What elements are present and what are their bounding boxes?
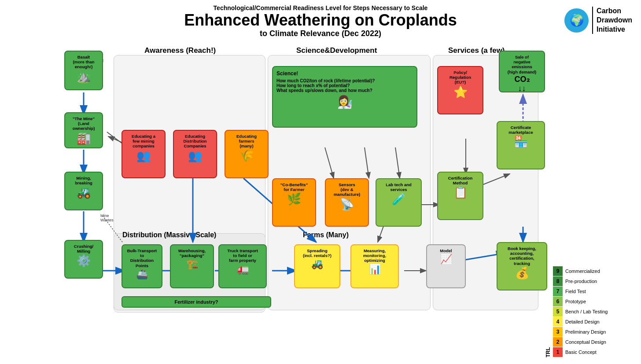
header: Technological/Commercial Readiness Level… bbox=[9, 4, 632, 38]
trl-axis-label: TRL bbox=[545, 266, 551, 357]
logo-text: CarbonDrawdownInitiative bbox=[592, 7, 632, 34]
crushing-label: Crushing/Milling bbox=[74, 244, 93, 254]
trl-rows: 9Commercialized8Pre-production7Field Tes… bbox=[553, 266, 633, 357]
basalt-icon: ⛰️ bbox=[77, 70, 91, 83]
section-label-services: Services (a few) bbox=[448, 46, 505, 55]
policy-icon: ⭐ bbox=[453, 86, 468, 99]
trl-legend-inner: TRL 9Commercialized8Pre-production7Field… bbox=[545, 266, 633, 357]
trl-level-num: 7 bbox=[553, 287, 563, 296]
section-label-distribution: Distribution (Massive Scale) bbox=[122, 231, 216, 239]
cert-marketplace-label: Certificatemarketplace bbox=[508, 125, 533, 135]
node-science: Science! How much CO2/ton of rock (lifet… bbox=[272, 66, 417, 128]
cert-method-label: CertificationMethod bbox=[448, 176, 472, 186]
science-text: How much CO2/ton of rock (lifetime poten… bbox=[276, 78, 413, 93]
main-container: Technological/Commercial Readiness Level… bbox=[0, 0, 641, 364]
trl-row: 4Detailed Design bbox=[553, 317, 633, 327]
sensors-label: Sensors(dev &manufacture) bbox=[334, 182, 360, 197]
model-icon: 📈 bbox=[440, 254, 452, 265]
trl-level-label: Field Test bbox=[563, 289, 586, 294]
measuring-icon: 📊 bbox=[369, 264, 381, 275]
node-crushing: Crushing/Milling ⚙️ bbox=[64, 240, 103, 279]
co-benefits-label: "Co-Benefits"for Farmer bbox=[280, 182, 308, 192]
trl-level-num: 4 bbox=[553, 317, 563, 327]
node-educating-mining: Educating afew miningcompanies 👥 bbox=[122, 130, 166, 178]
node-bookkeeping: Book keeping,accounting,certification,tr… bbox=[497, 242, 547, 290]
model-label: Model bbox=[440, 248, 452, 253]
section-label-science: Science&Development bbox=[296, 46, 377, 55]
node-cert-marketplace: Certificatemarketplace 🏪 bbox=[497, 121, 545, 169]
spreading-icon: 🚜 bbox=[311, 259, 323, 269]
science-title: Science! bbox=[276, 70, 413, 77]
mining-label: Mining,breaking bbox=[75, 176, 92, 186]
trl-level-label: Detailed Design bbox=[563, 319, 600, 324]
educating-dist-label: EducatingDistributionCompanies bbox=[183, 134, 206, 149]
trl-row: 1Basic Concept bbox=[553, 347, 633, 357]
trl-level-label: Commercialized bbox=[563, 268, 600, 274]
trl-level-label: Pre-production bbox=[563, 279, 597, 284]
sale-label: Sale ofnegativeemissions(high demand) bbox=[508, 55, 536, 75]
trl-legend: TRL 9Commercialized8Pre-production7Field… bbox=[545, 266, 633, 357]
fertilizer-label: Fertilizer industry? bbox=[174, 299, 218, 305]
crushing-icon: ⚙️ bbox=[77, 254, 91, 267]
node-mining: Mining,breaking 🚜 bbox=[64, 172, 103, 210]
truck-transport-label: Truck transportto field orfarm property bbox=[227, 248, 258, 263]
node-measuring: Measuring,monitoring,optimizing 📊 bbox=[350, 244, 399, 288]
bookkeeping-label: Book keeping,accounting,certification,tr… bbox=[508, 246, 536, 266]
educating-dist-icon: 👥 bbox=[188, 150, 202, 162]
trl-row: 7Field Test bbox=[553, 287, 633, 296]
trl-level-label: Conceptual Design bbox=[563, 339, 606, 345]
mine-wastes-label: MineWastes bbox=[100, 213, 114, 222]
trl-level-label: Bench / Lab Testing bbox=[563, 309, 608, 314]
mining-icon: 🚜 bbox=[77, 186, 91, 199]
section-label-awareness: Awareness (Reach!) bbox=[144, 46, 216, 55]
logo-icon: 🌍 bbox=[564, 8, 589, 33]
educating-mining-label: Educating afew miningcompanies bbox=[132, 134, 155, 149]
node-lab-tech: Lab tech andservices 🧪 bbox=[376, 178, 422, 227]
lab-tech-icon: 🧪 bbox=[392, 193, 406, 206]
node-the-mine: "The Mine"(Land ownership) 🏭 bbox=[64, 112, 103, 148]
trl-row: 5Bench / Lab Testing bbox=[553, 307, 633, 316]
educating-farmers-icon: 🌾 bbox=[239, 150, 254, 162]
trl-row: 2Conceptual Design bbox=[553, 337, 633, 347]
sensors-icon: 📡 bbox=[340, 198, 354, 211]
node-model: Model 📈 bbox=[426, 244, 466, 288]
node-basalt: Basalt(more thanenough!) ⛰️ bbox=[64, 51, 103, 90]
the-mine-icon: 🏭 bbox=[77, 132, 91, 145]
trl-level-label: Prototype bbox=[563, 299, 586, 304]
node-cert-method: CertificationMethod 📋 bbox=[437, 172, 483, 220]
header-date: to Climate Relevance (Dec 2022) bbox=[9, 29, 632, 38]
warehousing-icon: 🏗️ bbox=[186, 259, 198, 269]
logo-area: 🌍 CarbonDrawdownInitiative bbox=[564, 7, 632, 34]
trl-level-label: Basic Concept bbox=[563, 349, 597, 355]
trl-level-num: 6 bbox=[553, 297, 563, 306]
bookkeeping-icon: 💰 bbox=[515, 267, 529, 279]
the-mine-label: "The Mine"(Land ownership) bbox=[67, 116, 100, 131]
header-title: Enhanced Weathering on Croplands bbox=[9, 11, 632, 29]
policy-label: Policy/Regulation(EU?) bbox=[449, 70, 471, 85]
basalt-label: Basalt(more thanenough!) bbox=[73, 55, 94, 70]
trl-row: 3Preliminary Design bbox=[553, 327, 633, 337]
co-benefits-icon: 🌿 bbox=[287, 193, 301, 206]
trl-level-num: 8 bbox=[553, 276, 563, 286]
trl-level-num: 9 bbox=[553, 266, 563, 276]
educating-farmers-label: Educatingfarmers(many) bbox=[236, 134, 257, 149]
node-fertilizer: Fertilizer industry? bbox=[122, 296, 271, 308]
measuring-label: Measuring,monitoring,optimizing bbox=[363, 248, 386, 263]
trl-row: 6Prototype bbox=[553, 297, 633, 306]
node-co-benefits: "Co-Benefits"for Farmer 🌿 bbox=[272, 178, 316, 227]
node-educating-dist: EducatingDistributionCompanies 👥 bbox=[173, 130, 217, 178]
trl-level-num: 5 bbox=[553, 307, 563, 316]
trl-level-num: 1 bbox=[553, 347, 563, 357]
bulk-transport-icon: 🚢 bbox=[136, 269, 148, 279]
trl-level-num: 2 bbox=[553, 337, 563, 347]
node-sensors: Sensors(dev &manufacture) 📡 bbox=[325, 178, 369, 227]
truck-transport-icon: 🚛 bbox=[237, 264, 249, 275]
node-bulk-transport: Bulk-TransporttoDistributionPoints 🚢 bbox=[122, 244, 162, 288]
section-label-farms: Farms (Many) bbox=[303, 231, 349, 239]
node-policy: Policy/Regulation(EU?) ⭐ bbox=[437, 66, 483, 114]
node-truck-transport: Truck transportto field orfarm property … bbox=[218, 244, 267, 288]
educating-mining-icon: 👥 bbox=[136, 150, 151, 162]
warehousing-label: Warehousing,"packaging" bbox=[178, 248, 206, 258]
cert-marketplace-icon: 🏪 bbox=[514, 136, 528, 148]
bulk-transport-label: Bulk-TransporttoDistributionPoints bbox=[127, 248, 157, 268]
